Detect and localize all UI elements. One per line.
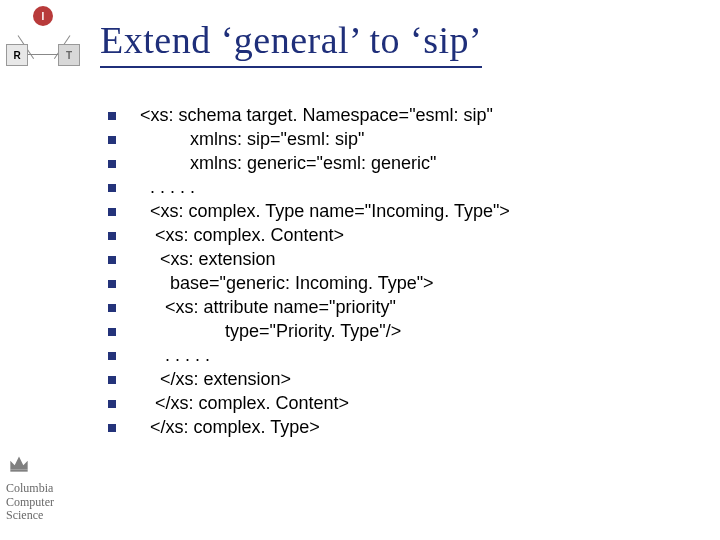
bullet-icon	[108, 160, 116, 168]
logo-line2: Computer	[6, 496, 86, 509]
code-line: </xs: complex. Type>	[108, 417, 668, 438]
bullet-icon	[108, 352, 116, 360]
bullet-icon	[108, 208, 116, 216]
code-text: . . . . .	[140, 345, 210, 366]
code-line: </xs: extension>	[108, 369, 668, 390]
code-text: <xs: schema target. Namespace="esml: sip…	[140, 105, 493, 126]
code-text: base="generic: Incoming. Type">	[140, 273, 434, 294]
code-text: </xs: extension>	[140, 369, 291, 390]
bullet-icon	[108, 376, 116, 384]
code-line: <xs: complex. Type name="Incoming. Type"…	[108, 201, 668, 222]
bullet-icon	[108, 232, 116, 240]
footer-logo: Columbia Computer Science	[6, 450, 86, 522]
code-block: <xs: schema target. Namespace="esml: sip…	[108, 105, 668, 441]
bullet-icon	[108, 184, 116, 192]
code-line: . . . . .	[108, 345, 668, 366]
svg-rect-0	[10, 470, 27, 472]
bullet-icon	[108, 112, 116, 120]
bullet-icon	[108, 280, 116, 288]
bullet-icon	[108, 136, 116, 144]
code-text: <xs: extension	[140, 249, 276, 270]
code-line: <xs: complex. Content>	[108, 225, 668, 246]
code-line: <xs: extension	[108, 249, 668, 270]
irt-diagram: I R T	[6, 6, 80, 66]
crown-icon	[6, 450, 32, 476]
bullet-icon	[108, 304, 116, 312]
code-line: <xs: attribute name="priority"	[108, 297, 668, 318]
code-line: . . . . .	[108, 177, 668, 198]
bullet-icon	[108, 424, 116, 432]
node-i: I	[33, 6, 53, 26]
edge-rt	[28, 54, 58, 55]
code-text: type="Priority. Type"/>	[140, 321, 401, 342]
code-text: </xs: complex. Type>	[140, 417, 320, 438]
code-line: base="generic: Incoming. Type">	[108, 273, 668, 294]
code-text: </xs: complex. Content>	[140, 393, 349, 414]
node-t: T	[58, 44, 80, 66]
code-line: xmlns: generic="esml: generic"	[108, 153, 668, 174]
logo-line1: Columbia	[6, 482, 86, 495]
slide: I R T Extend ‘general’ to ‘sip’ <xs: sch…	[0, 0, 720, 540]
code-line: <xs: schema target. Namespace="esml: sip…	[108, 105, 668, 126]
code-line: type="Priority. Type"/>	[108, 321, 668, 342]
code-text: xmlns: generic="esml: generic"	[140, 153, 436, 174]
code-text: <xs: complex. Content>	[140, 225, 344, 246]
slide-title: Extend ‘general’ to ‘sip’	[100, 18, 482, 68]
code-text: xmlns: sip="esml: sip"	[140, 129, 364, 150]
code-text: <xs: attribute name="priority"	[140, 297, 396, 318]
logo-line3: Science	[6, 509, 86, 522]
bullet-icon	[108, 400, 116, 408]
code-line: </xs: complex. Content>	[108, 393, 668, 414]
code-line: xmlns: sip="esml: sip"	[108, 129, 668, 150]
node-r: R	[6, 44, 28, 66]
code-text: <xs: complex. Type name="Incoming. Type"…	[140, 201, 510, 222]
bullet-icon	[108, 256, 116, 264]
bullet-icon	[108, 328, 116, 336]
code-text: . . . . .	[140, 177, 195, 198]
